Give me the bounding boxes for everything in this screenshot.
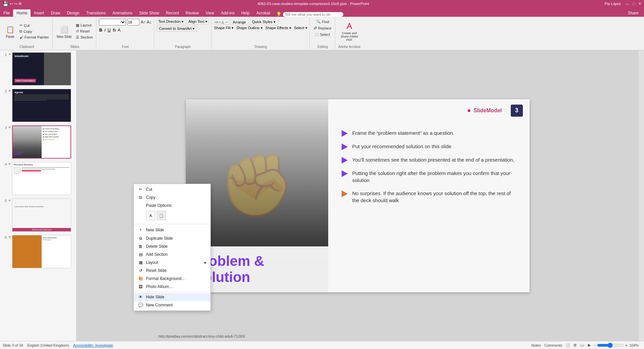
underline-button[interactable]: U <box>108 27 111 33</box>
paste-button[interactable]: 📋 Paste <box>3 23 17 40</box>
ctx-sep-1 <box>134 224 210 224</box>
minimize-btn[interactable]: — <box>626 2 629 6</box>
ctx-copy[interactable]: ⧉ Copy <box>134 193 210 201</box>
ctx-format-bg[interactable]: 🎨 Format Background... <box>134 275 210 283</box>
title-left: 💾 ↩ ↪ ⚙ <box>3 1 22 6</box>
redo-btn[interactable]: ↪ <box>14 2 17 6</box>
select-editing-button[interactable]: ⬚ Select <box>314 32 332 37</box>
find-icon: 🔍 <box>316 19 321 24</box>
ctx-delete-slide[interactable]: 🗑 Delete Slide <box>134 242 210 250</box>
customize-btn[interactable]: ⚙ <box>18 2 22 6</box>
italic-button[interactable]: I <box>104 27 106 33</box>
ctx-hide-slide[interactable]: 👁 Hide Slide <box>134 293 210 301</box>
canvas-area: ✂ Cut ⧉ Copy Paste Options: A 📋 ＋ New Sl… <box>77 50 639 341</box>
tab-slide-show[interactable]: Slide Show <box>136 9 162 17</box>
new-slide-button[interactable]: ⬜ New Slide <box>55 23 73 40</box>
tab-file[interactable]: File <box>0 9 13 17</box>
find-button[interactable]: 🔍 Find <box>315 19 331 24</box>
tab-transitions[interactable]: Transitions <box>83 9 109 17</box>
app-icon: 💾 <box>3 1 8 6</box>
ctx-cut[interactable]: ✂ Cut <box>134 185 210 193</box>
slide-thumb-4[interactable]: 4 ★ Executive Summary <box>1 161 75 196</box>
view-sorter-btn[interactable]: ⊞ <box>574 343 577 347</box>
section-button[interactable]: ☰ Section <box>75 35 94 40</box>
view-presenter-btn[interactable]: ▶ <box>588 343 591 347</box>
font-increase-btn[interactable]: A↑ <box>141 20 145 24</box>
zoom-slider[interactable] <box>597 343 624 348</box>
ctx-new-slide[interactable]: ＋ New Slide <box>134 225 210 234</box>
bullet-arrow-1 <box>342 130 348 137</box>
slide-thumb-1[interactable]: 1 ★ SlideModel MBA Presentation <box>1 52 75 86</box>
slide-thumb-3[interactable]: 3 ★ Problem &Solution ▶ Frame the proble… <box>1 125 75 159</box>
view-normal-btn[interactable]: ⬜ <box>565 343 570 347</box>
cut-button[interactable]: ✂ Cut <box>18 22 50 28</box>
tab-acrobat[interactable]: Acrobat <box>253 9 274 17</box>
slide-thumb-6[interactable]: 6 ★ Client Background Challenge <box>1 234 75 269</box>
share-button[interactable]: Share <box>625 9 641 17</box>
shape-effects-button[interactable]: Shape Effects ▾ <box>265 26 291 30</box>
bullet-item-3: You’ll sometimes see the solution presen… <box>342 156 516 164</box>
slide-num-5: 5 <box>2 198 7 203</box>
paste-opt-2[interactable]: 📋 <box>157 211 166 220</box>
layout-button[interactable]: ▦ Layout <box>75 22 94 28</box>
accessibility-status[interactable]: Accessibility: Investigate <box>73 343 113 347</box>
slide-thumb-5[interactable]: 5 ★ " Lorem ipsum dolor sit amet consect… <box>1 198 75 232</box>
strikethrough-button[interactable]: S <box>113 27 116 33</box>
select-button[interactable]: Select ▾ <box>294 26 307 30</box>
replace-button[interactable]: ⇄ Replace <box>312 25 333 31</box>
cut-icon: ✂ <box>138 187 143 192</box>
search-input[interactable] <box>283 12 343 17</box>
tab-review[interactable]: Review <box>182 9 202 17</box>
paste-opt-1[interactable]: A <box>146 211 155 220</box>
bold-button[interactable]: B <box>99 27 102 33</box>
slide-num-1: 1 <box>2 52 7 57</box>
quick-styles-button[interactable]: Quick Styles ▾ <box>250 19 278 25</box>
tab-home[interactable]: Home <box>13 9 31 17</box>
view-reading-btn[interactable]: 📖 <box>580 343 585 347</box>
tab-add-ins[interactable]: Add-ins <box>217 9 238 17</box>
tab-design[interactable]: Design <box>63 9 83 17</box>
format-painter-button[interactable]: 🖌 Format Painter <box>18 35 50 40</box>
tab-draw[interactable]: Draw <box>47 9 63 17</box>
comments-button[interactable]: Comments <box>544 343 562 347</box>
zoom-out-btn[interactable]: - <box>594 343 596 348</box>
slide-thumb-2[interactable]: 2 ★ Agenda <box>1 88 75 123</box>
tab-help[interactable]: Help <box>238 9 253 17</box>
maximize-btn[interactable]: □ <box>631 2 636 6</box>
font-family-select[interactable] <box>99 19 126 25</box>
shape-fill-button[interactable]: Shape Fill ▾ <box>214 26 234 30</box>
zoom-level[interactable]: 104% <box>629 343 641 347</box>
duplicate-icon: ⧉ <box>138 236 143 241</box>
adobe-pdf-button[interactable]: A Create and Share Adobe PDF <box>338 20 361 43</box>
ctx-new-comment[interactable]: 💬 New Comment <box>134 301 210 309</box>
tab-animations[interactable]: Animations <box>109 9 136 17</box>
ctx-duplicate-slide[interactable]: ⧉ Duplicate Slide <box>134 234 210 242</box>
zoom-in-btn[interactable]: + <box>625 343 628 348</box>
undo-btn[interactable]: ↩ <box>10 2 13 6</box>
arrange-button[interactable]: Arrange <box>231 19 248 25</box>
context-menu: ✂ Cut ⧉ Copy Paste Options: A 📋 ＋ New Sl… <box>134 184 211 311</box>
tab-view[interactable]: View <box>202 9 217 17</box>
text-direction-button[interactable]: Text Direction ▾ <box>157 19 186 24</box>
shape-outline-button[interactable]: Shape Outline ▾ <box>236 26 263 30</box>
copy-button[interactable]: ⧉ Copy <box>18 28 50 34</box>
right-scrollbar[interactable] <box>639 50 644 341</box>
tab-insert[interactable]: Insert <box>31 9 47 17</box>
clipboard-content: 📋 Paste ✂ Cut ⧉ Copy 🖌 Format Painter <box>3 18 50 44</box>
notes-button[interactable]: Notes <box>531 343 541 347</box>
ctx-reset-slide[interactable]: ↺ Reset Slide <box>134 267 210 275</box>
align-text-button[interactable]: Align Text ▾ <box>187 19 209 24</box>
font-color-button[interactable]: A <box>118 27 121 33</box>
ctx-add-section[interactable]: ▤ Add Section <box>134 250 210 258</box>
tab-record[interactable]: Record <box>162 9 182 17</box>
reset-button[interactable]: ↺ Reset <box>75 28 94 34</box>
ctx-photo-album[interactable]: 🖼 Photo Album... <box>134 283 210 291</box>
bullet-arrow-2 <box>342 143 348 150</box>
photo-album-icon: 🖼 <box>138 284 143 289</box>
font-decrease-btn[interactable]: A↓ <box>147 20 152 24</box>
ribbon: 📋 Paste ✂ Cut ⧉ Copy 🖌 Format Painter Cl… <box>0 17 644 50</box>
ctx-layout[interactable]: ▦ Layout ▸ <box>134 258 210 267</box>
convert-smartart-button[interactable]: Convert to SmartArt ▾ <box>157 26 197 32</box>
close-btn[interactable]: ✕ <box>638 2 641 6</box>
font-size-input[interactable] <box>127 19 139 25</box>
